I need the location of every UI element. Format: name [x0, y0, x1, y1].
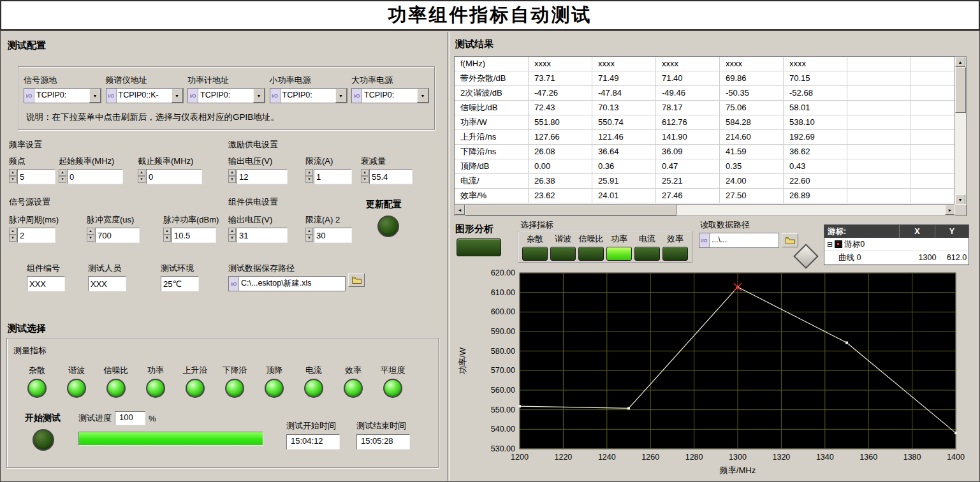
empty-cell[interactable]	[911, 189, 956, 203]
pulse-period-input[interactable]: ▲▼	[9, 228, 59, 242]
value-cell[interactable]: 0.47	[656, 159, 720, 174]
metric-toggle-button[interactable]	[522, 247, 548, 261]
start-test-led-button[interactable]	[33, 429, 54, 451]
pulse-power-value[interactable]	[172, 228, 216, 243]
value-cell[interactable]: -50.35	[720, 86, 784, 101]
scrollbar-thumb[interactable]	[465, 205, 676, 215]
value-cell[interactable]: 22.60	[784, 174, 847, 189]
indicator-led[interactable]	[146, 379, 165, 398]
value-cell[interactable]: 0.36	[592, 159, 656, 174]
indicator-led[interactable]	[344, 379, 363, 398]
empty-cell[interactable]	[847, 101, 911, 115]
chevron-down-icon[interactable]: ▼	[253, 89, 265, 103]
current-limit-2-value[interactable]	[314, 228, 352, 243]
value-cell[interactable]: 72.43	[529, 101, 592, 115]
spinner-icon[interactable]: ▲▼	[59, 169, 66, 183]
value-cell[interactable]: 0.00	[529, 159, 592, 174]
value-cell[interactable]: 27.50	[720, 189, 784, 203]
value-cell[interactable]: 71.49	[592, 71, 656, 86]
value-cell[interactable]: 26.38	[529, 174, 592, 189]
empty-cell[interactable]	[911, 101, 956, 115]
value-cell[interactable]: xxxx	[592, 57, 656, 71]
analysis-enable-button[interactable]	[457, 238, 501, 256]
indicator-led[interactable]	[67, 379, 86, 398]
indicator-led[interactable]	[225, 379, 244, 398]
value-cell[interactable]: 69.86	[720, 71, 784, 86]
value-cell[interactable]: 612.76	[656, 115, 720, 130]
stop-freq-value[interactable]	[146, 169, 202, 184]
empty-cell[interactable]	[911, 86, 956, 101]
pulse-width-input[interactable]: ▲▼	[87, 228, 140, 242]
pulse-power-input[interactable]: ▲▼	[163, 228, 219, 242]
current-limit-2-input[interactable]: ▲▼	[305, 228, 352, 242]
indicator-led[interactable]	[265, 379, 284, 398]
metric-toggle-button[interactable]	[578, 247, 604, 261]
row-label-cell[interactable]: 信噪比/dB	[455, 101, 529, 115]
scroll-up-icon[interactable]: ▲	[955, 57, 965, 67]
empty-cell[interactable]	[847, 145, 911, 159]
value-cell[interactable]: xxxx	[784, 57, 847, 71]
read-path-browse-button[interactable]	[782, 233, 798, 247]
indicator-led[interactable]	[186, 379, 205, 398]
spinner-icon[interactable]: ▲▼	[163, 228, 171, 242]
indicator-led[interactable]	[27, 379, 47, 398]
value-cell[interactable]: 214.60	[720, 130, 784, 145]
instrument-dropdown[interactable]: I/OTCPIP0:▼	[24, 88, 101, 103]
results-horizontal-scrollbar[interactable]: ◄ ►	[454, 204, 956, 216]
instrument-dropdown[interactable]: I/OTCPIP0:▼	[351, 88, 429, 103]
value-cell[interactable]: 127.66	[529, 130, 592, 145]
value-cell[interactable]: 538.10	[784, 115, 847, 130]
value-cell[interactable]: 26.89	[784, 189, 847, 203]
value-cell[interactable]: 36.09	[656, 145, 720, 159]
spinner-icon[interactable]: ▲▼	[228, 228, 236, 242]
indicator-led[interactable]	[106, 379, 126, 398]
value-cell[interactable]: 0.35	[720, 159, 784, 174]
indicator-led[interactable]	[383, 379, 402, 398]
chevron-down-icon[interactable]: ▼	[172, 89, 183, 103]
value-cell[interactable]: 75.06	[720, 101, 784, 115]
spinner-icon[interactable]: ▲▼	[87, 228, 94, 242]
pulse-period-value[interactable]	[17, 228, 55, 243]
instrument-dropdown[interactable]: I/OTCPIP0:▼	[187, 88, 265, 103]
supply-voltage-input[interactable]: ▲▼	[228, 228, 288, 242]
empty-cell[interactable]	[847, 189, 911, 203]
supply-voltage-value[interactable]	[237, 228, 288, 243]
empty-cell[interactable]	[911, 71, 956, 86]
chevron-down-icon[interactable]: ▼	[89, 89, 101, 103]
value-cell[interactable]: 41.59	[720, 145, 784, 159]
value-cell[interactable]: 24.00	[720, 174, 784, 189]
metric-toggle-button[interactable]	[550, 247, 576, 261]
environment-input[interactable]	[161, 276, 199, 291]
cursor-row[interactable]: ⊟ 游标0	[824, 238, 969, 251]
value-cell[interactable]: -47.84	[592, 86, 656, 101]
update-config-led-button[interactable]	[377, 215, 399, 237]
metric-toggle-button[interactable]	[662, 247, 688, 261]
metric-toggle-button[interactable]	[634, 247, 660, 261]
row-label-cell[interactable]: 效率/%	[455, 189, 529, 203]
value-cell[interactable]: 192.69	[784, 130, 847, 145]
row-label-cell[interactable]: 顶降/dB	[455, 159, 529, 174]
pulse-width-value[interactable]	[95, 228, 140, 243]
value-cell[interactable]: xxxx	[720, 57, 784, 71]
empty-cell[interactable]	[847, 71, 911, 86]
value-cell[interactable]: 550.74	[592, 115, 656, 130]
attenuation-value[interactable]	[369, 169, 413, 184]
spinner-icon[interactable]: ▲▼	[228, 169, 236, 183]
spinner-icon[interactable]: ▲▼	[305, 169, 313, 183]
attenuation-input[interactable]: ▲▼	[361, 169, 413, 183]
excite-voltage-input[interactable]: ▲▼	[228, 169, 288, 183]
value-cell[interactable]: 141.90	[656, 130, 720, 145]
tester-input[interactable]	[88, 276, 126, 291]
read-path-input[interactable]: I/O ...\...	[699, 233, 779, 248]
spinner-icon[interactable]: ▲▼	[9, 228, 17, 242]
scroll-right-icon[interactable]: ►	[945, 205, 955, 215]
value-cell[interactable]: 584.28	[720, 115, 784, 130]
row-label-cell[interactable]: f(MHz)	[455, 57, 529, 71]
empty-cell[interactable]	[847, 174, 911, 189]
value-cell[interactable]: -52.68	[784, 86, 847, 101]
empty-cell[interactable]	[911, 57, 956, 71]
value-cell[interactable]: 27.46	[656, 189, 720, 203]
spinner-icon[interactable]: ▲▼	[138, 169, 145, 183]
value-cell[interactable]: 36.62	[784, 145, 847, 159]
indicator-led[interactable]	[304, 379, 323, 398]
